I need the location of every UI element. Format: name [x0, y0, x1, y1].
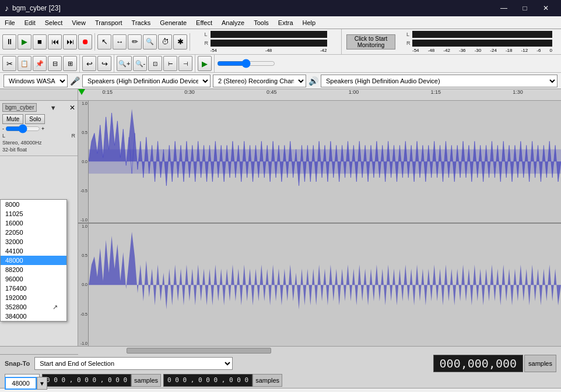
channels-select[interactable]: 2 (Stereo) Recording Chann... — [213, 75, 306, 87]
edit-tools-group: ✂ 📋 📌 ⊟ ⊞ — [0, 55, 80, 72]
zoom-in-button[interactable]: 🔍+ — [117, 56, 132, 71]
pb-db-54: -54 — [412, 48, 419, 53]
trim-button[interactable]: ⊟ — [48, 56, 62, 71]
zoom-fit-button[interactable]: ⊢ — [163, 56, 177, 71]
gain-row: - + — [2, 126, 75, 132]
rate-32000[interactable]: 32000 — [1, 237, 66, 246]
rate-22050[interactable]: 22050 — [1, 228, 66, 237]
rate-88200[interactable]: 88200 — [1, 265, 66, 274]
click-to-monitor-button[interactable]: Click to Start Monitoring — [346, 34, 395, 50]
skip-start-button[interactable]: ⏮ — [48, 34, 62, 50]
mute-button[interactable]: Mute — [2, 114, 23, 124]
zoom-selection-button[interactable]: ⊡ — [148, 56, 162, 71]
ruler-mark-015: 0:15 — [102, 89, 113, 95]
cut-button[interactable]: ✂ — [2, 56, 16, 71]
app-icon: ♪ — [5, 3, 9, 13]
big-unit-button[interactable]: samples — [524, 355, 556, 372]
menu-analyze[interactable]: Analyze — [217, 16, 249, 29]
tools-group: ↖ ↔ ✏ 🔍 ⏱ ✱ — [95, 33, 190, 51]
play-green-button[interactable]: ▶ — [198, 56, 212, 71]
envelope-tool[interactable]: ↔ — [113, 34, 127, 50]
rate-96000[interactable]: 96000 — [1, 274, 66, 284]
zoom-out-button[interactable]: 🔍- — [133, 56, 147, 71]
maximize-button[interactable]: □ — [514, 0, 535, 16]
main-content: bgm_cyber ▼ ✕ Mute Solo - + L R Stereo, … — [0, 101, 561, 346]
transport-group: ⏸ ▶ ■ ⏮ ⏭ ⏺ — [0, 33, 95, 51]
gain-slider[interactable] — [5, 126, 40, 131]
snap-selection-select[interactable]: Start and End of Selection — [34, 357, 233, 370]
speaker-icon: 🔊 — [308, 76, 318, 86]
menu-extra[interactable]: Extra — [274, 16, 298, 29]
channel-l-label: L — [2, 133, 5, 139]
rate-384000[interactable]: 384000 — [1, 312, 66, 321]
scale-n1-0: -1.0 — [79, 218, 87, 222]
track-close-button[interactable]: ✕ — [69, 104, 75, 112]
rate-16000[interactable]: 16000 — [1, 218, 66, 228]
samples1-unit-button[interactable]: samples — [131, 374, 161, 387]
solo-button[interactable]: Solo — [25, 114, 45, 124]
volume-slider[interactable] — [217, 60, 275, 67]
rate-8000[interactable]: 8000 — [1, 200, 66, 209]
waveform-area[interactable]: 1.0 0.5 0.0 -0.5 -1.0 — [78, 101, 561, 346]
undo-button[interactable]: ↩ — [82, 56, 96, 71]
skip-end-button[interactable]: ⏭ — [63, 34, 77, 50]
menu-effect[interactable]: Effect — [191, 16, 217, 29]
bottom-row2: Off 0 0 0 , 0 0 0 , 0 0 0 samples 0 0 0 … — [0, 372, 561, 388]
redo-button[interactable]: ↪ — [97, 56, 111, 71]
silence-button[interactable]: ⊞ — [63, 56, 77, 71]
zoom-extra-button[interactable]: ⊣ — [178, 56, 192, 71]
menu-bar: File Edit Select View Transport Tracks G… — [0, 16, 561, 29]
pb-r-meter — [412, 40, 552, 47]
scale2-0-5: 0.5 — [79, 253, 87, 257]
copy-button[interactable]: 📋 — [17, 56, 31, 71]
rate-44100[interactable]: 44100 — [1, 246, 66, 256]
output-device-select[interactable]: Speakers (High Definition Audio Device) — [321, 75, 558, 87]
scale2-0-0: 0.0 — [79, 282, 87, 287]
track-panel: bgm_cyber ▼ ✕ Mute Solo - + L R Stereo, … — [0, 101, 78, 346]
menu-transport[interactable]: Transport — [90, 16, 127, 29]
track-menu-arrow[interactable]: ▼ — [50, 104, 57, 111]
sample-rate-dropdown-btn[interactable]: ▼ — [37, 377, 47, 390]
h-scrollbar-thumb[interactable] — [127, 348, 271, 354]
time-tool[interactable]: ⏱ — [158, 34, 172, 50]
h-scrollbar-track[interactable] — [78, 347, 561, 355]
samples2-unit-button[interactable]: samples — [253, 374, 282, 387]
sample-rate-input[interactable] — [5, 377, 37, 390]
pb-db-labels: -54 -48 -42 -36 -30 -24 -18 -12 -6 0 — [406, 48, 552, 53]
pb-db-42: -42 — [443, 48, 450, 53]
snap-to-label: Snap-To — [5, 360, 30, 367]
menu-tracks[interactable]: Tracks — [127, 16, 156, 29]
selection-tool[interactable]: ↖ — [97, 34, 111, 50]
draw-tool[interactable]: ✏ — [128, 34, 142, 50]
waveform-channel-bottom[interactable]: 1.0 0.5 0.0 -0.5 -1.0 — [78, 224, 561, 347]
waveform-channel-top[interactable]: 1.0 0.5 0.0 -0.5 -1.0 — [78, 101, 561, 224]
record-button[interactable]: ⏺ — [78, 34, 92, 50]
multi-tool[interactable]: ✱ — [173, 34, 187, 50]
rate-48000[interactable]: 48000 — [1, 256, 66, 265]
menu-file[interactable]: File — [0, 16, 20, 29]
cursor-indicator: ↗ — [52, 303, 58, 311]
rec-meter-r-row: R — [205, 39, 327, 47]
recording-meter-group: L R -54 -48 -42 — [190, 29, 342, 54]
menu-edit[interactable]: Edit — [20, 16, 40, 29]
rate-192000[interactable]: 192000 — [1, 293, 66, 302]
menu-tools[interactable]: Tools — [249, 16, 274, 29]
menu-view[interactable]: View — [67, 16, 90, 29]
minimize-button[interactable]: — — [493, 0, 514, 16]
menu-generate[interactable]: Generate — [155, 16, 191, 29]
menu-select[interactable]: Select — [40, 16, 68, 29]
rate-176400[interactable]: 176400 — [1, 284, 66, 293]
playback-meter-group: L R -54 -48 -42 -36 -30 -24 -18 -12 — [398, 29, 561, 54]
input-device-select[interactable]: Speakers (High Definition Audio Device) … — [82, 75, 211, 87]
zoom-tool[interactable]: 🔍 — [143, 34, 157, 50]
stop-button[interactable]: ■ — [33, 34, 47, 50]
pause-button[interactable]: ⏸ — [2, 34, 16, 50]
paste-button[interactable]: 📌 — [33, 56, 47, 71]
rec-r-label: R — [205, 40, 209, 46]
audio-host-select[interactable]: Windows WASAPI — [3, 75, 68, 87]
play-button[interactable]: ▶ — [17, 34, 31, 50]
close-button[interactable]: ✕ — [535, 0, 556, 16]
ruler-mark-045: 0:45 — [267, 89, 277, 95]
menu-help[interactable]: Help — [298, 16, 321, 29]
rate-11025[interactable]: 11025 — [1, 209, 66, 218]
